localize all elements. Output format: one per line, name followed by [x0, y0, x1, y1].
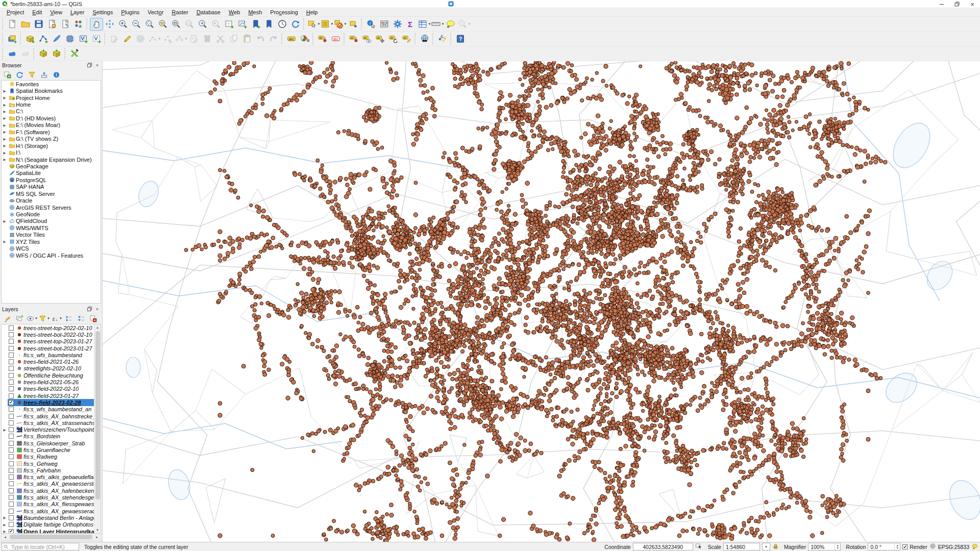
browser-item-c[interactable]: ▶C:\: [2, 108, 101, 115]
layer-visibility-checkbox[interactable]: [9, 427, 14, 432]
layer-visibility-checkbox[interactable]: [9, 509, 14, 514]
lock-scale-icon[interactable]: [772, 543, 779, 551]
manage-map-themes-button[interactable]: ▼: [26, 313, 38, 323]
scrollbar-thumb[interactable]: [95, 331, 100, 499]
dropdown-arrow-icon[interactable]: ▼: [468, 22, 471, 26]
undock-panel-icon[interactable]: [87, 306, 92, 312]
layer-visibility-checkbox[interactable]: [9, 441, 14, 446]
expand-arrow-icon[interactable]: ▶: [2, 156, 8, 163]
layer-item-fis-s-atkis-ax-hafenbecken-f[interactable]: fis:s_atkis_AX_hafenbecken_f: [2, 487, 101, 494]
add-group-button[interactable]: [14, 313, 26, 323]
browser-item-wfs-ogc-api-features[interactable]: WFS / OGC API - Features: [2, 252, 101, 259]
layer-item-fis-s-wfs-baumbestand-an[interactable]: fis:s_wfs_baumbestand_an: [2, 406, 101, 413]
layer-visibility-checkbox[interactable]: [9, 502, 14, 507]
browser-item-xyz-tiles[interactable]: ▶XYZ Tiles: [2, 238, 101, 245]
crs-status[interactable]: EPSG:25833: [938, 544, 969, 550]
scroll-up-icon[interactable]: ▲: [94, 324, 101, 331]
filter-legend-button[interactable]: ▼: [38, 313, 50, 323]
layers-horizontal-scrollbar[interactable]: ◄ ►: [1, 534, 101, 541]
scroll-down-icon[interactable]: ▼: [94, 527, 101, 533]
new-3d-map-view-button[interactable]: [236, 18, 249, 31]
menu-project[interactable]: Project: [3, 9, 28, 16]
new-memory-layer-button[interactable]: [90, 33, 103, 45]
layer-item-fis-s-wfs-baumbestand[interactable]: fis:s_wfs_baumbestand: [2, 352, 101, 358]
layer-visibility-checkbox[interactable]: [9, 386, 14, 391]
new-print-layout-button[interactable]: [45, 18, 59, 31]
new-project-button[interactable]: [6, 18, 19, 31]
browser-item-geopackage[interactable]: GeoPackage: [2, 163, 101, 169]
menu-edit[interactable]: Edit: [28, 9, 46, 16]
layer-item-fis-s-gleiskoerper-strab[interactable]: fis:s_Gleiskoerper_Strab: [2, 440, 101, 446]
layer-item-baumbestand-berlin-anlagenb[interactable]: ▶Baumbestand Berlin - Anlagenb: [2, 514, 101, 521]
minimize-button[interactable]: [934, 0, 949, 8]
toggle-editing-button[interactable]: [121, 33, 134, 45]
layer-visibility-checkbox[interactable]: ✓: [9, 529, 14, 534]
layer-item-fis-s-atkis-ax-stehendesgewaes[interactable]: fis:s_atkis_AX_stehendesgewaes: [2, 494, 101, 500]
layer-visibility-checkbox[interactable]: [9, 474, 14, 480]
layer-visibility-checkbox[interactable]: [9, 488, 14, 493]
layer-item-fis-s-radweg[interactable]: fis:s_Radweg: [2, 454, 101, 460]
select-features-by-value-button[interactable]: ▼: [320, 18, 333, 31]
collapse-all-button[interactable]: [38, 69, 50, 80]
layer-visibility-checkbox[interactable]: [9, 353, 14, 358]
layer-visibility-checkbox[interactable]: [9, 325, 14, 331]
spinner-arrows-icon[interactable]: ▲▼: [835, 543, 840, 550]
show-spatial-bookmarks-button[interactable]: [262, 18, 276, 31]
menu-layer[interactable]: Layer: [66, 9, 89, 16]
layer-item-trees-street-top-2023-01-27[interactable]: trees-street-top-2023-01-27: [2, 338, 101, 345]
browser-item-favorites[interactable]: Favorites: [2, 81, 101, 87]
layer-item-trees-field-2023-02-28[interactable]: ✓trees-field-2023-02-28: [2, 399, 101, 406]
menu-web[interactable]: Web: [225, 9, 244, 16]
locator-search[interactable]: [2, 543, 79, 550]
layer-item-fis-s-gehweg[interactable]: fis:s_Gehweg: [2, 460, 101, 467]
layer-visibility-checkbox[interactable]: [9, 339, 14, 344]
layer-item-trees-field-2021-01-26[interactable]: trees-field-2021-01-26: [2, 358, 101, 365]
browser-item-oracle[interactable]: Oracle: [2, 197, 101, 204]
python-console-button[interactable]: [436, 33, 449, 45]
layers-vertical-scrollbar[interactable]: ▲▼: [94, 324, 101, 533]
measure-button[interactable]: ▼: [431, 18, 444, 31]
pan-to-selection-button[interactable]: [103, 18, 116, 31]
expand-arrow-icon[interactable]: ▶: [2, 88, 8, 94]
layer-visibility-checkbox[interactable]: [9, 393, 14, 398]
identify-features-button[interactable]: i: [364, 18, 378, 31]
layer-item-fis-s-atkis-ax-strassenachse-l[interactable]: fis:s_atkis_AX_strassenachse_l: [2, 419, 101, 426]
expand-arrow-icon[interactable]: ▶: [2, 115, 8, 121]
layer-visibility-checkbox[interactable]: [9, 420, 14, 425]
menu-settings[interactable]: Settings: [88, 9, 117, 16]
deselect-features-button[interactable]: ▼: [333, 18, 347, 31]
new-virtual-layer-button[interactable]: [77, 33, 90, 45]
configure-current-project-button[interactable]: [68, 47, 81, 60]
zoom-to-selection-button[interactable]: [156, 18, 169, 31]
layer-item-ffentliche-beleuchtung[interactable]: Öffentliche Beleuchtung: [2, 372, 101, 379]
layer-item-fis-s-atkis-ax-gewaesserstation[interactable]: fis:s_atkis_AX_gewaesserstation: [2, 481, 101, 487]
refresh-browser-button[interactable]: [14, 69, 26, 80]
browser-item-vector-tiles[interactable]: Vector Tiles: [2, 232, 101, 238]
browser-item-wms-wmts[interactable]: WMS/WMTS: [2, 224, 101, 231]
layer-item-open-layer-hintergrundkarte[interactable]: ▶✓Open Layer Hintergrundkarte: [2, 528, 101, 534]
rotate-label-button[interactable]: ab: [387, 33, 400, 45]
open-layer-styling-button[interactable]: [2, 313, 13, 323]
browser-item-ms-sql-server[interactable]: MS SQL Server: [2, 190, 101, 197]
layer-item-trees-street-bot-2022-02-10[interactable]: trees-street-bot-2022-02-10: [2, 331, 101, 338]
zoom-to-layer-button[interactable]: [169, 18, 183, 31]
layer-item-fis-s-wfs-alkis-gebaeudeflaeche[interactable]: fis:s_wfs_alkis_gebaeudeflaeche: [2, 474, 101, 481]
layer-visibility-checkbox[interactable]: [9, 414, 14, 419]
undock-panel-icon[interactable]: [87, 62, 92, 68]
expand-arrow-icon[interactable]: ▶: [2, 129, 8, 135]
collapse-all-layers-button[interactable]: [75, 313, 87, 323]
scale-box[interactable]: 1:54860: [723, 543, 760, 550]
scroll-right-icon[interactable]: ►: [93, 536, 101, 539]
new-map-view-button[interactable]: [223, 18, 236, 31]
metasearch-button[interactable]: [418, 33, 431, 45]
layer-item-trees-field-2023-01-27[interactable]: trees-field-2023-01-27: [2, 392, 101, 399]
show-statistics-button[interactable]: Σ: [404, 18, 418, 31]
layer-visibility-checkbox[interactable]: [9, 468, 14, 473]
rotation-spinner[interactable]: 0.0 ° ▲▼: [868, 543, 900, 550]
layer-visibility-checkbox[interactable]: [9, 515, 14, 520]
new-spatialite-layer-button[interactable]: [50, 33, 63, 45]
layer-item-fis-s-atkis-ax-fliessgewaesser-f[interactable]: fis:s_atkis_AX_fliessgewaesser_f: [2, 501, 101, 508]
layer-visibility-checkbox[interactable]: [9, 495, 14, 500]
zoom-last-button[interactable]: [196, 18, 209, 31]
layer-item-fis-s-atkis-ax-bahnstrecke-l[interactable]: fis:s_atkis_AX_bahnstrecke_l: [2, 413, 101, 419]
